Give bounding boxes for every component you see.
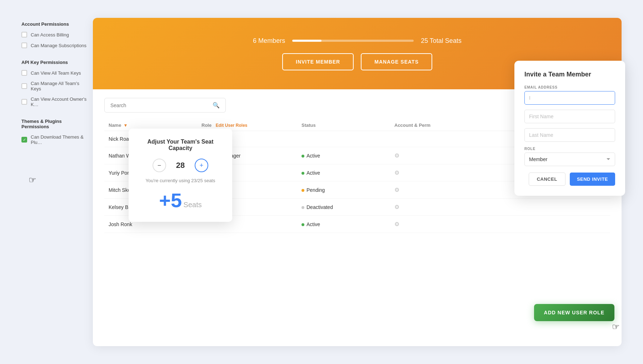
seat-usage-text: You're currently using 23/25 seats: [140, 178, 221, 183]
banner-buttons: INVITE MEMBER MANAGE SEATS: [282, 53, 432, 70]
label-billing: Can Access Billing: [31, 32, 69, 38]
sidebar-item-owner-keys[interactable]: Can View Account Owner's K…: [21, 96, 89, 107]
checkbox-owner-keys[interactable]: [21, 99, 27, 105]
send-invite-button[interactable]: SEND INVITE: [570, 173, 615, 186]
seat-modal-title: Adjust Your Team's Seat Capacity: [140, 139, 221, 151]
gear-icon: ⚙: [394, 153, 399, 159]
gear-icon: ⚙: [394, 221, 399, 227]
sidebar-item-view-keys[interactable]: Can View All Team Keys: [21, 70, 89, 76]
cell-status: Pending: [297, 181, 390, 199]
last-name-input[interactable]: [524, 128, 615, 142]
members-count: 6 Members: [253, 37, 285, 45]
role-form-group: ROLE Member Admin Owner: [524, 147, 615, 166]
cursor-pointer: ☞: [29, 175, 36, 185]
email-input[interactable]: [524, 91, 615, 105]
checkbox-billing[interactable]: [21, 32, 27, 38]
api-key-title: API Key Permissions: [21, 60, 89, 65]
invite-panel: Invite a Team Member EMAIL ADDRESS ROLE …: [514, 61, 625, 196]
col-status: Status: [301, 123, 316, 128]
label-themes: Can Download Themes & Plu…: [31, 134, 89, 145]
cell-status: Active: [297, 216, 390, 233]
cell-gear[interactable]: ⚙: [390, 199, 610, 216]
gear-icon: ⚙: [394, 187, 399, 193]
sidebar-item-subscriptions[interactable]: Can Manage Subscriptions: [21, 43, 89, 48]
delta-label: Seats: [184, 201, 202, 209]
label-owner-keys: Can View Account Owner's K…: [31, 96, 89, 107]
col-name: Name: [109, 123, 121, 128]
invite-member-button[interactable]: INVITE MEMBER: [282, 53, 354, 70]
themes-title: Themes & Plugins Permissions: [21, 119, 89, 129]
status-dot: [301, 189, 304, 192]
invite-panel-title: Invite a Team Member: [524, 71, 615, 78]
delta-number: +5: [159, 189, 182, 211]
checkbox-manage-keys[interactable]: [21, 83, 27, 89]
last-name-form-group: [524, 128, 615, 142]
cell-status: [297, 131, 390, 147]
seat-stepper: − 28 +: [140, 159, 221, 172]
sidebar-item-billing[interactable]: Can Access Billing: [21, 32, 89, 38]
seats-bar-fill: [292, 40, 322, 42]
label-subscriptions: Can Manage Subscriptions: [31, 43, 86, 48]
label-view-keys: Can View All Team Keys: [31, 70, 81, 76]
manage-seats-button[interactable]: MANAGE SEATS: [361, 53, 432, 70]
account-permissions-title: Account Permissions: [21, 21, 89, 27]
role-label: ROLE: [524, 147, 615, 151]
role-select[interactable]: Member Admin Owner: [524, 153, 615, 166]
first-name-input[interactable]: [524, 110, 615, 123]
seat-delta: +5 Seats: [140, 190, 221, 210]
status-dot: [301, 206, 304, 209]
email-label: EMAIL ADDRESS: [524, 85, 615, 89]
sidebar-item-manage-keys[interactable]: Can Manage All Team's Keys: [21, 81, 89, 91]
col-role: Role: [201, 123, 211, 128]
search-input[interactable]: [110, 103, 209, 108]
cell-status: Active: [297, 164, 390, 181]
sidebar-item-themes[interactable]: Can Download Themes & Plu…: [21, 134, 89, 145]
account-permissions-section: Account Permissions Can Access Billing C…: [21, 21, 89, 48]
gear-icon: ⚙: [394, 170, 399, 176]
increment-button[interactable]: +: [195, 159, 208, 172]
first-name-form-group: [524, 110, 615, 123]
cancel-button[interactable]: CANCEL: [529, 173, 565, 186]
checkbox-themes[interactable]: [21, 137, 27, 143]
invite-actions: CANCEL SEND INVITE: [524, 173, 615, 186]
decrement-button[interactable]: −: [153, 159, 166, 172]
cell-gear[interactable]: ⚙: [390, 216, 610, 233]
seats-progress-bar: [292, 40, 414, 42]
seats-info: 6 Members 25 Total Seats: [253, 37, 462, 45]
api-key-permissions-section: API Key Permissions Can View All Team Ke…: [21, 60, 89, 107]
seat-value: 28: [173, 161, 188, 170]
checkbox-view-keys[interactable]: [21, 70, 27, 76]
search-icon: 🔍: [213, 102, 220, 109]
seat-capacity-modal: Adjust Your Team's Seat Capacity − 28 + …: [129, 129, 232, 222]
cell-status: Deactivated: [297, 199, 390, 216]
sort-icon[interactable]: ▼: [123, 123, 128, 128]
status-dot: [301, 223, 304, 226]
label-manage-keys: Can Manage All Team's Keys: [31, 81, 89, 91]
status-dot: [301, 155, 304, 158]
search-bar[interactable]: 🔍: [104, 98, 226, 113]
cursor-pointer-2: ☞: [612, 322, 620, 332]
themes-permissions-section: Themes & Plugins Permissions Can Downloa…: [21, 119, 89, 145]
sidebar: Account Permissions Can Access Billing C…: [0, 0, 100, 364]
email-form-group: EMAIL ADDRESS: [524, 85, 615, 105]
cell-status: Active: [297, 147, 390, 164]
edit-roles-link[interactable]: Edit User Roles: [216, 123, 248, 128]
add-new-user-role-button[interactable]: ADD NEW USER ROLE: [534, 304, 614, 321]
status-dot: [301, 172, 304, 175]
col-account-perm: Account & Perm: [394, 123, 430, 128]
checkbox-subscriptions[interactable]: [21, 43, 27, 48]
total-seats: 25 Total Seats: [421, 37, 462, 45]
gear-icon: ⚙: [394, 204, 399, 210]
